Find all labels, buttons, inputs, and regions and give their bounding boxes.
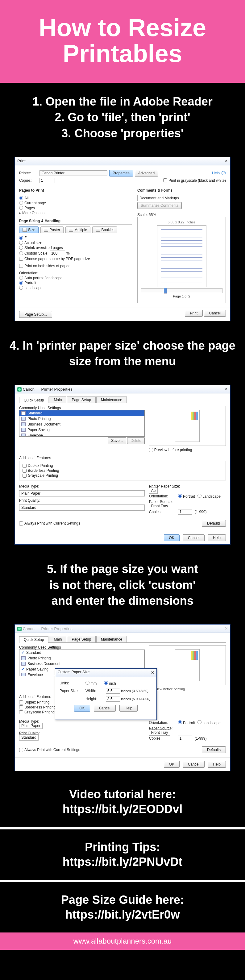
help-button[interactable]: Help <box>208 535 226 541</box>
tab-quick-setup[interactable]: Quick Setup <box>19 636 48 643</box>
duplex-checkbox[interactable]: Duplex Printing <box>22 463 223 468</box>
size-tab[interactable]: Size <box>19 226 38 233</box>
summarize-button[interactable]: Summarize Comments <box>137 202 182 209</box>
help-icon[interactable]: ? <box>221 171 226 175</box>
landscape-radio[interactable]: Landscape <box>19 286 132 290</box>
grayscale-checkbox[interactable]: Grayscale Printing <box>22 473 223 478</box>
more-options[interactable]: More Options <box>22 211 45 215</box>
tab-main[interactable]: Main <box>49 636 66 643</box>
copies-input[interactable] <box>178 509 192 515</box>
properties-button[interactable]: Properties <box>109 170 133 177</box>
page-size-guide-block: Page Size Guide here: https://bit.ly/2vt… <box>0 882 245 932</box>
print-button[interactable]: Print <box>185 310 203 317</box>
pdf-source-checkbox[interactable]: Choose paper source by PDF page size <box>19 257 132 261</box>
paper-source-select[interactable]: Front Tray <box>149 503 170 509</box>
paper-size-label: Paper Size <box>60 689 82 693</box>
grayscale-checkbox[interactable]: Print in grayscale (black and white) <box>163 178 226 183</box>
cancel-button[interactable]: Cancel <box>204 310 226 317</box>
always-print-checkbox[interactable]: Always Print with Current Settings <box>19 748 80 752</box>
preview-before-print-checkbox[interactable]: Preview before printing <box>149 448 226 452</box>
landscape-radio[interactable]: Landscape <box>197 720 221 725</box>
tab-maintenance[interactable]: Maintenance <box>96 636 127 643</box>
tab-page-setup[interactable]: Page Setup <box>67 396 95 403</box>
height-input[interactable] <box>106 696 120 702</box>
pages-current-radio[interactable]: Current page <box>19 201 132 205</box>
advanced-button[interactable]: Advanced <box>135 170 158 177</box>
printing-tips-block: Printing Tips: https://bit.ly/2PNUvDt <box>0 829 245 880</box>
copies-input[interactable] <box>40 178 55 183</box>
page-slider[interactable] <box>141 288 223 293</box>
printer-select[interactable]: Canon Printer <box>40 170 107 176</box>
list-item: Standard <box>19 410 145 416</box>
preview-before-print-checkbox[interactable]: Preview before printing <box>149 687 226 691</box>
cancel-button[interactable]: Cancel <box>183 761 205 768</box>
ok-button[interactable]: OK <box>164 761 180 768</box>
size-icon <box>22 228 27 232</box>
close-icon[interactable]: × <box>225 626 228 631</box>
print-quality-select[interactable]: Standard <box>19 734 38 741</box>
custom-scale-input[interactable] <box>50 251 65 256</box>
page-setup-button[interactable]: Page Setup... <box>19 311 52 318</box>
landscape-radio[interactable]: Landscape <box>197 494 221 499</box>
tab-quick-setup[interactable]: Quick Setup <box>19 397 48 403</box>
help-link[interactable]: Help <box>212 171 220 175</box>
actual-size-radio[interactable]: Actual size <box>19 241 132 245</box>
units-label: Units: <box>60 681 82 685</box>
pages-all-radio[interactable]: All <box>19 196 132 200</box>
booklet-tab[interactable]: Booklet <box>92 226 117 233</box>
delete-button[interactable]: Delete <box>127 437 145 444</box>
tab-main[interactable]: Main <box>49 396 66 403</box>
settings-listbox[interactable]: Standard Photo Printing Business Documen… <box>19 410 145 437</box>
inch-radio[interactable]: inch <box>104 681 116 686</box>
defaults-button[interactable]: Defaults <box>202 520 226 527</box>
media-type-select[interactable]: Plain Paper <box>19 490 145 496</box>
width-input[interactable] <box>106 688 120 694</box>
orientation-label: Orientation: <box>19 271 132 275</box>
portrait-radio[interactable]: Portrait <box>19 281 132 285</box>
always-print-checkbox[interactable]: Always Print with Current Settings <box>19 521 80 525</box>
portrait-radio[interactable]: Portrait <box>178 494 195 499</box>
close-icon[interactable]: × <box>225 386 228 392</box>
copies-range: (1-999) <box>195 736 207 741</box>
guide-title: Page Size Guide here: <box>6 892 239 907</box>
help-button[interactable]: Help <box>208 761 226 768</box>
print-preview: 5.83 x 8.27 Inches Page 1 of 2 <box>137 217 226 303</box>
comments-forms-header: Comments & Forms <box>137 188 226 192</box>
paper-size-select[interactable]: A5 <box>149 488 158 494</box>
paper-source-select[interactable]: Front Tray <box>149 729 170 736</box>
portrait-radio[interactable]: Portrait <box>178 720 195 725</box>
close-icon[interactable]: × <box>225 158 228 164</box>
preset-icon <box>21 673 25 676</box>
save-button[interactable]: Save... <box>108 437 126 444</box>
sizing-handling-header: Page Sizing & Handling <box>19 219 132 223</box>
poster-tab[interactable]: Poster <box>40 226 64 233</box>
close-icon[interactable]: × <box>151 670 154 675</box>
custom-scale-radio[interactable]: Custom Scale: % <box>19 251 132 256</box>
cancel-button[interactable]: Cancel <box>94 705 116 711</box>
mm-radio[interactable]: mm <box>86 681 97 686</box>
preset-icon <box>21 411 25 415</box>
tab-maintenance[interactable]: Maintenance <box>96 396 127 403</box>
tab-page-setup[interactable]: Page Setup <box>67 636 95 643</box>
copies-input[interactable] <box>178 736 192 741</box>
help-button[interactable]: Help <box>119 705 138 711</box>
ok-button[interactable]: OK <box>164 535 180 541</box>
defaults-button[interactable]: Defaults <box>202 746 226 753</box>
media-type-select[interactable]: Plain Paper <box>19 723 43 729</box>
pages-range-radio[interactable]: Pages <box>19 206 132 210</box>
shrink-radio[interactable]: Shrink oversized pages <box>19 246 132 250</box>
cancel-button[interactable]: Cancel <box>183 535 205 541</box>
ok-button[interactable]: OK <box>74 705 90 711</box>
footer-url: www.allaboutplanners.com.au <box>73 937 172 945</box>
fit-radio[interactable]: Fit <box>19 236 132 240</box>
comments-select[interactable]: Document and Markups <box>137 195 181 201</box>
multiple-tab[interactable]: Multiple <box>65 226 91 233</box>
print-quality-select[interactable]: Standard <box>19 504 145 511</box>
list-item: Business Document <box>19 661 145 667</box>
both-sides-checkbox[interactable]: Print on both sides of paper <box>19 264 132 268</box>
chevron-right-icon[interactable]: ▸ <box>19 211 21 215</box>
auto-orient-radio[interactable]: Auto portrait/landscape <box>19 276 132 280</box>
printer-properties-dialog-custom: Canon Printer Properties × Quick Setup M… <box>14 624 231 771</box>
borderless-checkbox[interactable]: Borderless Printing <box>22 468 223 473</box>
slider-thumb[interactable] <box>164 288 167 293</box>
